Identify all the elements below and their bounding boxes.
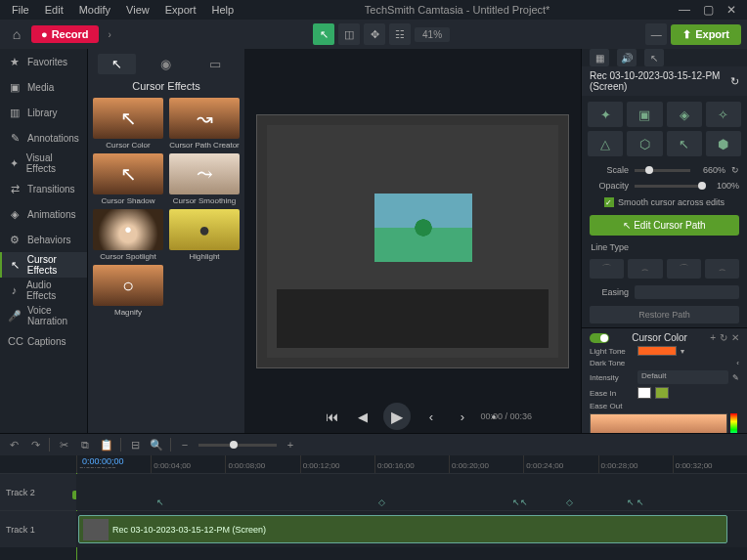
effect-highlight[interactable]: ●Highlight: [168, 209, 241, 261]
track-1-body[interactable]: ↖ ◇ ↖↖ ◇ ↖ ↖ Rec 03-10-2023-03-15-12-PM …: [76, 511, 747, 547]
sidebar-item-cursor-effects[interactable]: ↖Cursor Effects: [0, 252, 87, 278]
menu-view[interactable]: View: [118, 2, 157, 18]
undo-icon[interactable]: ↶: [6, 437, 22, 452]
marker-icon[interactable]: ◇: [566, 497, 573, 507]
reset-color-icon[interactable]: ↻: [720, 332, 727, 343]
crop-tool-icon[interactable]: ◫: [338, 23, 360, 45]
add-preset-icon[interactable]: +: [710, 332, 716, 343]
sidebar-item-library[interactable]: ▥Library: [0, 100, 87, 125]
color-gradient-picker[interactable]: [590, 413, 727, 433]
step-back-icon[interactable]: ◀: [352, 406, 374, 427]
redo-icon[interactable]: ↷: [27, 437, 43, 452]
line-type-2-icon[interactable]: ⌢: [628, 259, 662, 279]
zoom-plus-icon[interactable]: +: [283, 437, 298, 452]
effect-cursor-path-creator[interactable]: ↝Cursor Path Creator: [168, 98, 241, 150]
close-icon[interactable]: ✕: [720, 3, 743, 17]
menu-edit[interactable]: Edit: [37, 2, 71, 18]
selection-tool-icon[interactable]: ↖: [313, 23, 334, 45]
effect-cursor-shadow[interactable]: ↖Cursor Shadow: [92, 153, 164, 205]
easein-swatch-1[interactable]: [637, 387, 651, 399]
cursor-style-1-icon[interactable]: ✦: [588, 102, 623, 127]
sidebar-item-visual-effects[interactable]: ✦Visual Effects: [0, 151, 87, 176]
line-type-4-icon[interactable]: ⌢: [705, 259, 739, 279]
keypress-tab-icon[interactable]: ▭: [196, 54, 235, 74]
line-type-3-icon[interactable]: ⌒: [667, 259, 701, 279]
minimize-icon[interactable]: —: [673, 3, 696, 17]
light-tone-swatch[interactable]: [637, 346, 677, 356]
effect-cursor-spotlight[interactable]: •Cursor Spotlight: [92, 209, 164, 261]
refresh-icon[interactable]: ↻: [730, 75, 739, 88]
sidebar-item-behaviors[interactable]: ⚙Behaviors: [0, 227, 87, 252]
cursor-style-5-icon[interactable]: △: [588, 131, 623, 156]
cursor-style-8-icon[interactable]: ⬢: [706, 131, 741, 156]
edit-cursor-path-button[interactable]: ↖ Edit Cursor Path: [590, 215, 739, 236]
preview-canvas[interactable]: [256, 114, 569, 368]
opacity-slider[interactable]: [635, 185, 704, 188]
menu-file[interactable]: File: [4, 2, 37, 18]
restore-path-button[interactable]: Restore Path: [590, 306, 739, 323]
cursor-style-3-icon[interactable]: ◈: [667, 102, 702, 127]
cursor-tab-icon[interactable]: ↖: [98, 54, 136, 74]
sidebar-item-transitions[interactable]: ⇄Transitions: [0, 176, 87, 201]
copy-icon[interactable]: ⧉: [77, 437, 93, 452]
light-tone-dropdown-icon[interactable]: ▾: [681, 347, 684, 356]
timeline-zoom-slider[interactable]: [198, 444, 277, 447]
split-icon[interactable]: ⊟: [127, 437, 143, 452]
effect-magnify[interactable]: ○Magnify: [92, 265, 164, 317]
line-type-1-icon[interactable]: ⌒: [590, 259, 624, 279]
effect-cursor-smoothing[interactable]: ⤳Cursor Smoothing: [168, 153, 241, 205]
scale-slider[interactable]: [635, 169, 690, 172]
sidebar-item-favorites[interactable]: ★Favorites: [0, 49, 87, 74]
marker-icon[interactable]: ↖↖: [512, 497, 528, 507]
text-tool-icon[interactable]: ☷: [389, 23, 411, 45]
record-button[interactable]: Record: [31, 25, 99, 43]
sidebar-item-audio-effects[interactable]: ♪Audio Effects: [0, 278, 87, 303]
timeline-ruler[interactable]: 0:00:00;00 0:00:00;000:00:04;000:00:08;0…: [0, 455, 747, 473]
minimize-panel-icon[interactable]: —: [645, 23, 667, 45]
props-tab-video-icon[interactable]: ▦: [590, 49, 609, 66]
menu-modify[interactable]: Modify: [71, 2, 118, 18]
play-button[interactable]: ▶: [383, 403, 411, 430]
record-dropdown-icon[interactable]: ›: [103, 29, 117, 40]
menu-export[interactable]: Export: [157, 2, 204, 18]
zoom-out-icon[interactable]: 🔍: [149, 437, 164, 452]
next-marker-icon[interactable]: ›: [452, 406, 473, 427]
easein-swatch-2[interactable]: [655, 387, 669, 399]
prev-marker-icon[interactable]: ‹: [420, 406, 442, 427]
dark-tone-chevron-icon[interactable]: ‹: [736, 359, 739, 367]
close-color-icon[interactable]: ✕: [731, 332, 739, 343]
sidebar-item-voice-narration[interactable]: 🎤Voice Narration: [0, 303, 87, 328]
effect-cursor-color[interactable]: ↖Cursor Color: [92, 98, 164, 150]
scale-value[interactable]: 660%: [696, 165, 725, 175]
sidebar-item-annotations[interactable]: ✎Annotations: [0, 125, 87, 151]
click-tab-icon[interactable]: ◉: [147, 54, 185, 74]
prev-frame-icon[interactable]: ⏮: [321, 406, 342, 427]
cursor-style-2-icon[interactable]: ▣: [627, 102, 662, 127]
scale-reset-icon[interactable]: ↻: [731, 165, 739, 175]
cursor-style-6-icon[interactable]: ⬡: [627, 131, 662, 156]
cursor-style-4-icon[interactable]: ✧: [706, 102, 741, 127]
timeline-clip[interactable]: Rec 03-10-2023-03-15-12-PM (Screen): [78, 515, 727, 543]
opacity-value[interactable]: 100%: [710, 181, 739, 191]
hand-tool-icon[interactable]: ✥: [364, 23, 385, 45]
paste-icon[interactable]: 📋: [99, 437, 114, 452]
marker-icon[interactable]: ↖ ↖: [627, 497, 645, 507]
cut-icon[interactable]: ✂: [56, 437, 71, 452]
maximize-icon[interactable]: ▢: [696, 3, 720, 17]
cursor-style-7-icon[interactable]: ↖: [667, 131, 702, 156]
marker-icon[interactable]: ↖: [156, 497, 164, 507]
export-button[interactable]: ⬆ Export: [671, 24, 741, 45]
smooth-cursor-checkbox[interactable]: ✓: [604, 197, 614, 207]
zoom-minus-icon[interactable]: −: [177, 437, 193, 452]
sidebar-item-animations[interactable]: ◈Animations: [0, 201, 87, 227]
sidebar-item-captions[interactable]: CCCaptions: [0, 328, 87, 354]
hue-slider[interactable]: [730, 413, 737, 433]
props-tab-audio-icon[interactable]: 🔊: [617, 49, 637, 66]
home-icon[interactable]: ⌂: [6, 23, 27, 45]
easing-select[interactable]: [635, 285, 739, 299]
sidebar-item-media[interactable]: ▣Media: [0, 74, 87, 100]
intensity-select[interactable]: Default: [637, 370, 728, 384]
props-tab-cursor-icon[interactable]: ↖: [644, 49, 664, 66]
menu-help[interactable]: Help: [204, 2, 242, 18]
cursor-color-toggle[interactable]: [590, 333, 609, 343]
